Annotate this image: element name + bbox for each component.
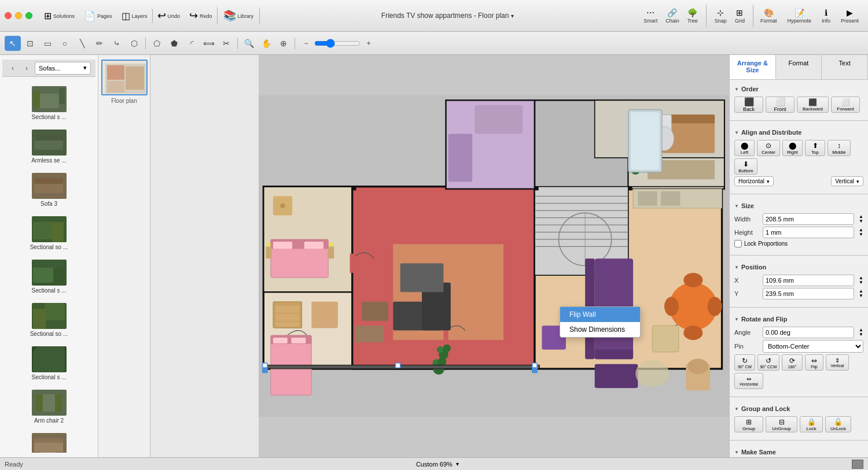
size-header[interactable]: ▼ Size [734,200,863,212]
solutions-button[interactable]: ⊞ Solutions [39,8,79,24]
y-stepper[interactable]: ▲ ▼ [859,289,863,298]
align-left-button[interactable]: ⬤ Left [734,140,755,156]
sidebar-item[interactable]: Sectional s ... [2,255,95,298]
sidebar-item[interactable]: Armless se ... [2,125,95,168]
canvas-area[interactable]: Flip Wall Show Dimensions [259,55,729,457]
angle-input[interactable] [763,327,854,338]
tree-button[interactable]: 🌳 Tree [684,7,701,25]
zoom-control[interactable]: Custom 69% ▾ [416,461,459,468]
align-middle-button[interactable]: ↕ Middle [827,140,851,156]
zoom-minus-tool[interactable]: 🔍 [241,36,257,51]
zoom-dropdown-arrow[interactable]: ▾ [456,461,459,467]
sidebar-item[interactable]: Sectional so ... [2,298,95,342]
pages-button[interactable]: 📄 Pages [79,8,117,24]
x-stepper[interactable]: ▲ ▼ [859,276,863,285]
horizontal-distribute-dropdown[interactable]: Horizontal ▾ [734,176,774,186]
y-input[interactable] [763,288,854,299]
order-header[interactable]: ▼ Order [734,83,863,95]
height-input[interactable] [763,227,854,238]
ungroup-button[interactable]: ⊟ UnGroup [766,416,797,432]
grid-button[interactable]: ⊞ Grid [731,7,748,25]
sidebar-item[interactable]: Sofa 3 [2,168,95,212]
undo-button[interactable]: ↩ Undo [153,7,185,24]
order-backward-button[interactable]: ⬛ Backward [797,97,829,113]
pin-select[interactable]: Bottom-Center Top-Left Top-Center Center [763,340,863,353]
rotate-90cw-button[interactable]: ↻ 90° CW [734,354,755,371]
dimension-tool[interactable]: ⟺ [201,36,217,51]
pan-tool[interactable]: ✋ [258,36,274,51]
zoom-plus-tool[interactable]: ⊕ [275,36,292,51]
connect-tool[interactable]: ⤷ [109,36,125,51]
height-stepper[interactable]: ▲ ▼ [859,228,863,237]
line-tool[interactable]: ╲ [74,36,90,51]
redo-button[interactable]: ↪ Redo [185,7,218,24]
width-stepper[interactable]: ▲ ▼ [859,214,863,224]
lock-proportions-checkbox[interactable] [734,240,742,247]
nav-back-arrow[interactable]: ‹ [7,62,19,74]
zoom-out-button[interactable]: − [300,36,312,51]
rotate-180-button[interactable]: ⟳ 180° [782,354,803,371]
tab-text[interactable]: Text [822,55,868,79]
present-button[interactable]: ▶ Present [836,7,863,25]
library-dropdown[interactable]: Sofas... ▾ [35,62,91,75]
maximize-button[interactable] [25,12,32,19]
select-tool[interactable]: ↖ [5,36,21,51]
polygon-tool[interactable]: ⬟ [166,36,182,51]
nav-forward-arrow[interactable]: › [21,62,32,74]
group-button[interactable]: ⊞ Group [734,416,763,432]
scissors-tool[interactable]: ✂ [218,36,234,51]
container-tool[interactable]: ⊡ [22,36,38,51]
align-header[interactable]: ▼ Align and Distribute [734,127,863,138]
library-button[interactable]: 📚 Library [218,7,260,24]
angle-stepper[interactable]: ▲ ▼ [859,328,863,337]
align-bottom-button[interactable]: ⬇ Bottom [734,158,757,175]
rotate-header[interactable]: ▼ Rotate and Flip [734,313,863,325]
hypernote-button[interactable]: 📝 Hypernote [782,7,816,25]
layers-button[interactable]: ◫ Layers [117,8,153,24]
arc-tool[interactable]: ◜ [183,36,200,51]
make-same-header[interactable]: ▼ Make Same [734,446,863,457]
align-center-button[interactable]: ⊙ Center [757,140,780,156]
sidebar-item[interactable]: Sectional so ... [2,212,95,255]
smart-button[interactable]: ⋯ Smart [640,7,661,25]
snap-button[interactable]: ⊹ Snap [711,7,730,25]
minimize-button[interactable] [15,12,22,19]
order-front-button[interactable]: ⬜ Front [766,97,795,113]
zoom-slider[interactable] [314,39,361,48]
sidebar-item[interactable]: Sofa 1 [2,428,95,453]
tab-arrange-size[interactable]: Arrange & Size [730,55,776,79]
flip-vertical-button[interactable]: ⇕ Vertical [826,354,849,371]
format-button[interactable]: 🎨 Format [756,7,782,25]
x-input[interactable] [763,275,854,286]
tab-format[interactable]: Format [776,55,822,79]
flip-button[interactable]: ⇔ Flip [805,354,823,371]
zoom-in-button[interactable]: + [363,36,374,51]
context-menu-show-dimensions[interactable]: Show Dimensions [560,322,640,337]
shape-tool[interactable]: ⬠ [149,36,165,51]
resize-handle[interactable] [852,460,863,469]
sidebar-item[interactable]: Sectional s ... [2,342,95,385]
ellipse-tool[interactable]: ○ [57,36,73,51]
sidebar-item[interactable]: Arm chair 2 [2,385,95,428]
width-input[interactable] [763,213,854,225]
position-header[interactable]: ▼ Position [734,261,863,273]
page-thumbnail[interactable] [101,60,148,95]
vertical-distribute-dropdown[interactable]: Vertical ▾ [831,176,863,186]
align-right-button[interactable]: ⬤ Right [782,140,803,156]
close-button[interactable] [5,12,12,19]
unlock-button[interactable]: 🔓 UnLock [825,416,851,432]
pen-tool[interactable]: ✏ [91,36,108,51]
rotate-90ccw-button[interactable]: ↺ 90° CCW [757,354,779,371]
context-menu-flip-wall[interactable]: Flip Wall [560,307,640,322]
rectangle-tool[interactable]: ▭ [39,36,56,51]
lock-button[interactable]: 🔒 Lock [800,416,823,432]
align-top-button[interactable]: ⬆ Top [805,140,825,156]
sidebar-item[interactable]: Sectional s ... [2,82,95,125]
chain-button[interactable]: 🔗 Chain [662,7,683,25]
order-back-button[interactable]: ⬛ Back [734,97,763,113]
order-forward-button[interactable]: ⬜ Forward [831,97,860,113]
flip-horizontal-button[interactable]: ⇔ Horizontal [734,373,763,389]
group-header[interactable]: ▼ Group and Lock [734,403,863,415]
stamp-tool[interactable]: ⬡ [126,36,142,51]
info-button[interactable]: ℹ Info [817,7,835,25]
